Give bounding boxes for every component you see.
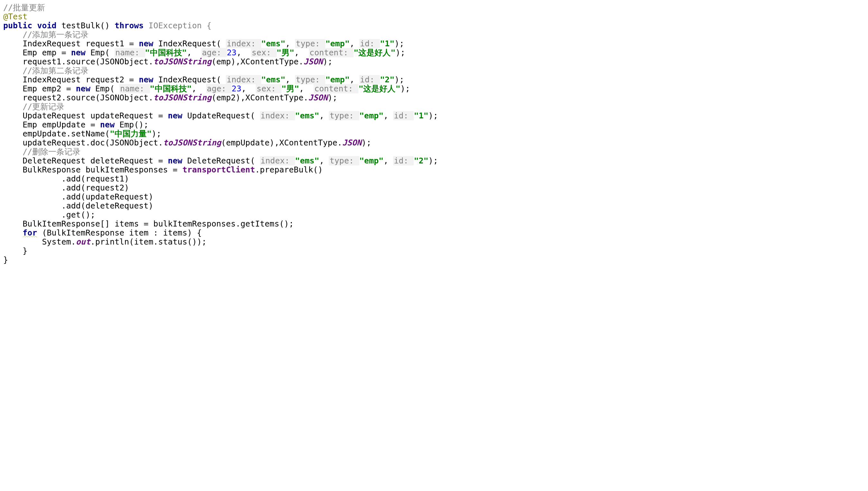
code-text: request2.source(JSONObject. [23,93,153,102]
code-text: IndexRequest( [153,39,226,48]
code-text: Emp( [90,84,119,93]
string-literal: "1" [414,111,428,120]
param-label: type: [295,75,325,84]
string-literal: "emp" [359,156,384,165]
keyword-new: new [139,39,153,48]
code-text: updateRequest.doc(JSONObject. [23,138,163,147]
string-literal: "这是好人" [354,48,395,57]
code-text: , [187,48,201,57]
param-label: index: [260,156,295,165]
code-text: ); [428,156,438,165]
string-literal: "emp" [325,75,349,84]
string-literal: "这是好人" [358,84,400,93]
code-text: IndexRequest request2 = [23,75,139,84]
code-text: request1.source(JSONObject. [23,57,153,66]
string-literal: "男" [281,84,299,93]
number-literal: 23 [227,48,236,57]
param-label: sex: [256,84,281,93]
param-label: id: [393,156,414,165]
code-text: , [319,111,329,120]
keyword-new: new [71,48,86,57]
param-label: content: [309,48,354,57]
code-text: Emp(); [115,120,148,129]
string-literal: "emp" [325,39,349,48]
code-text: ); [394,39,404,48]
code-text: , [384,111,393,120]
code-text: DeleteRequest deleteRequest = [23,156,168,165]
code-text: , [294,48,309,57]
code-text: , [236,48,251,57]
param-label: type: [329,156,359,165]
static-field: JSON [342,138,362,147]
string-literal: "ems" [261,75,286,84]
keyword-new: new [139,75,153,84]
code-text: Emp( [86,48,115,57]
code-text: , [350,75,359,84]
keyword-new: new [76,84,90,93]
param-label: name: [115,48,145,57]
string-literal: "中国科技" [150,84,192,93]
string-literal: "1" [380,39,394,48]
code-text: , [299,84,314,93]
code-text: (empUpdate),XContentType. [221,138,342,147]
param-label: sex: [251,48,276,57]
string-literal: "中国力量" [110,129,152,138]
string-literal: "2" [414,156,428,165]
param-label: content: [314,84,358,93]
code-text: .add(request2) [61,183,129,193]
string-literal: "ems" [295,156,319,165]
keyword-new: new [100,120,115,129]
code-text: BulkResponse bulkItemResponses = [23,165,182,174]
keyword-for: for [23,228,37,237]
keyword-public: public [3,21,32,30]
keyword-new: new [168,111,182,120]
static-method: toJSONString [153,93,212,102]
code-block: //批量更新 @Test public void testBulk() thro… [0,0,868,264]
code-text: } [23,246,27,256]
string-literal: "2" [380,75,394,84]
static-method: toJSONString [163,138,221,147]
comment-line: //添加第一条记录 [23,30,88,39]
static-field: JSON [308,93,328,102]
code-text: .prepareBulk() [255,165,323,174]
code-text: empUpdate.setName( [23,129,110,138]
code-text: , [384,156,393,165]
code-text: UpdateRequest updateRequest = [23,111,168,120]
code-text: , [319,156,329,165]
param-label: name: [119,84,150,93]
string-literal: "男" [277,48,294,57]
keyword-new: new [168,156,182,165]
code-text: ); [362,138,371,147]
string-literal: "emp" [359,111,384,120]
code-text: ); [395,48,405,57]
code-text: , [286,75,295,84]
code-text: ); [394,75,404,84]
param-label: index: [226,39,261,48]
comment-line: //更新记录 [23,102,64,111]
code-text: UpdateRequest( [182,111,260,120]
param-label: age: [206,84,232,93]
keyword-throws: throws [115,21,144,30]
param-label: id: [393,111,414,120]
code-text: .add(request1) [61,174,129,183]
keyword-void: void [37,21,56,30]
code-text: .get(); [61,210,95,220]
code-text: ); [400,84,410,93]
code-text: ); [428,111,438,120]
code-text: (emp),XContentType. [211,57,303,66]
code-text: , [350,39,359,48]
annotation-test: @Test [3,12,27,21]
static-field: out [76,237,90,247]
param-label: type: [295,39,325,48]
code-text: } [3,255,8,264]
code-text: IndexRequest request1 = [23,39,139,48]
code-text: ); [328,93,337,102]
comment-line: //删除一条记录 [23,147,81,156]
code-text: ); [152,129,161,138]
code-text: Emp empUpdate = [23,120,100,129]
static-method: toJSONString [153,57,212,66]
field-ref: transportClient [182,165,255,174]
code-text: .add(deleteRequest) [61,201,153,210]
code-text: Emp emp = [23,48,71,57]
code-text: BulkItemResponse[] items = bulkItemRespo… [23,219,294,228]
